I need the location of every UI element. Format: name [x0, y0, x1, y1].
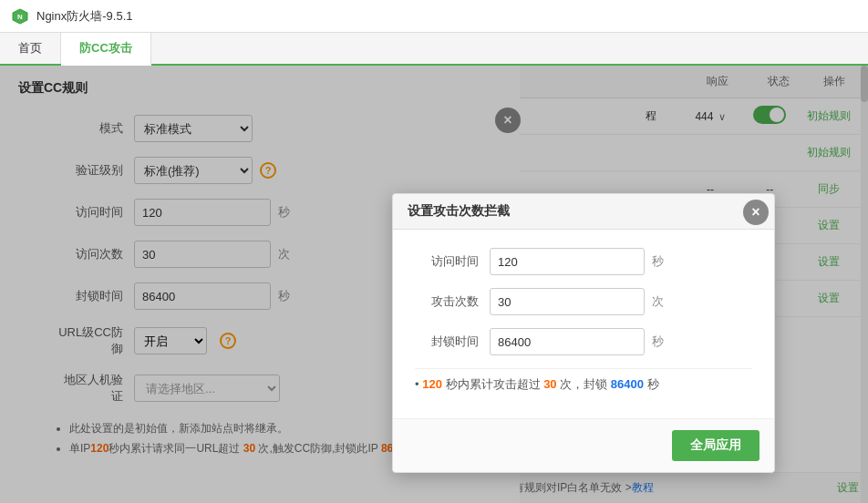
- app-title: Nginx防火墙-9.5.1: [36, 8, 132, 25]
- inner-modal-title: 设置攻击次数拦截: [408, 203, 510, 218]
- inner-modal-close-btn[interactable]: ×: [743, 200, 769, 225]
- global-apply-button[interactable]: 全局应用: [672, 430, 760, 461]
- summary-count: 30: [543, 377, 556, 391]
- summary-text-1: 秒内累计攻击超过: [446, 377, 544, 391]
- inner-block-time-label: 封锁时间: [415, 334, 479, 350]
- app-logo-icon: N: [11, 7, 29, 26]
- nav-tabs: 首页 防CC攻击: [0, 33, 868, 66]
- summary-text-3: 秒: [647, 377, 659, 391]
- main-content: 响应 状态 操作 程 444 ∨ 初始规则: [0, 66, 868, 503]
- inner-modal-body: 访问时间 秒 攻击次数 次 封锁时间 秒 120 秒内累计攻击超过 30: [393, 230, 774, 418]
- inner-summary: 120 秒内累计攻击超过 30 次，封锁 86400 秒: [415, 368, 752, 400]
- summary-text-2: 次，封锁: [560, 377, 611, 391]
- summary-time: 120: [422, 377, 442, 391]
- inner-attack-count-label: 攻击次数: [415, 293, 479, 310]
- inner-block-time-unit: 秒: [652, 334, 664, 350]
- inner-attack-count-input[interactable]: [490, 288, 645, 315]
- svg-text:N: N: [17, 13, 23, 21]
- inner-access-time-label: 访问时间: [415, 253, 479, 270]
- attack-count-modal: 设置攻击次数拦截 × 访问时间 秒 攻击次数 次 封锁时间 秒: [392, 193, 775, 473]
- summary-block: 86400: [611, 377, 644, 391]
- inner-access-time-row: 访问时间 秒: [415, 248, 752, 275]
- inner-attack-count-row: 攻击次数 次: [415, 288, 752, 315]
- inner-access-time-input[interactable]: [490, 248, 645, 275]
- title-bar: N Nginx防火墙-9.5.1: [0, 0, 868, 33]
- inner-access-time-unit: 秒: [652, 253, 664, 270]
- tab-cc[interactable]: 防CC攻击: [61, 33, 151, 66]
- inner-block-time-row: 封锁时间 秒: [415, 328, 752, 355]
- tab-home[interactable]: 首页: [0, 33, 61, 64]
- inner-modal-header: 设置攻击次数拦截 ×: [393, 194, 774, 230]
- inner-attack-count-unit: 次: [652, 293, 664, 310]
- inner-modal-footer: 全局应用: [393, 418, 774, 472]
- inner-block-time-input[interactable]: [490, 328, 645, 355]
